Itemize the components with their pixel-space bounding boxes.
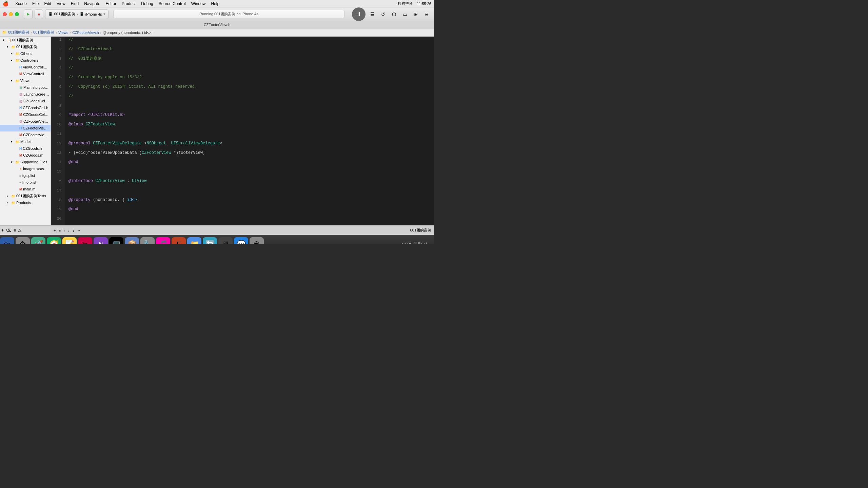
breadcrumb-views[interactable]: Views	[58, 30, 68, 35]
line-content-20[interactable]	[64, 216, 434, 225]
layout-assistant-icon[interactable]: ⊟	[422, 9, 431, 19]
close-button[interactable]	[3, 12, 7, 16]
line-content-17[interactable]	[64, 187, 434, 197]
sidebar-item-launchscreen[interactable]: ▧LaunchScreen.xib	[0, 91, 51, 98]
menu-editor[interactable]: Editor	[106, 1, 116, 6]
sidebar-item-others[interactable]: ▸📁Others	[0, 50, 51, 57]
sidebar-item-info-plist[interactable]: ≡Info.plist	[0, 179, 51, 186]
line-content-5[interactable]: // Created by apple on 15/3/2.	[64, 74, 434, 84]
dock-music[interactable]: 🎵	[156, 237, 170, 244]
dock-packages[interactable]: 📦	[125, 237, 139, 244]
menu-xcode[interactable]: Xcode	[15, 1, 27, 6]
menu-product[interactable]: Product	[122, 1, 136, 6]
sidebar-item-models[interactable]: ▾📁Models	[0, 138, 51, 145]
sidebar-item-czfooterview-m[interactable]: MCZFooterView.m	[0, 131, 51, 138]
dock-filezilla[interactable]: F	[172, 237, 186, 244]
run-button[interactable]: ▶	[24, 9, 33, 19]
code-editor[interactable]: 1//2// CZFooterView.h3// 001团购案例4//5// C…	[51, 37, 434, 225]
filter-icon[interactable]: ⌫	[6, 228, 12, 233]
sort-icon[interactable]: ≡	[14, 228, 16, 233]
sidebar-item-views[interactable]: ▾📁Views	[0, 77, 51, 84]
send-icon[interactable]: →	[77, 228, 81, 232]
line-content-9[interactable]: #import <UIKit/UIKit.h>	[64, 112, 434, 121]
menu-window[interactable]: Window	[191, 1, 206, 6]
line-content-13[interactable]: - (void)footerViewUpdateData:(CZFooterVi…	[64, 150, 434, 159]
line-content-19[interactable]: @end	[64, 206, 434, 216]
download-icon[interactable]: ↓	[68, 228, 70, 232]
stop-button[interactable]: ■	[35, 9, 43, 19]
sidebar-item-supporting[interactable]: ▾📁Supporting Files	[0, 159, 51, 165]
menu-source-control[interactable]: Source Control	[159, 1, 186, 6]
line-content-16[interactable]: @interface CZFooterView : UIView	[64, 178, 434, 187]
sidebar-item-tests[interactable]: ▸📁001团购案例Tests	[0, 192, 51, 199]
menu-debug[interactable]: Debug	[141, 1, 153, 6]
minimize-button[interactable]	[9, 12, 13, 16]
add-icon[interactable]: +	[1, 228, 4, 233]
breakpoint-icon[interactable]: ⬡	[389, 9, 399, 19]
line-content-4[interactable]: //	[64, 65, 434, 74]
sidebar-item-czgoods-m[interactable]: MCZGoods.m	[0, 152, 51, 159]
line-content-6[interactable]: // Copyright (c) 2015年 itcast. All right…	[64, 84, 434, 93]
sidebar-item-group-001[interactable]: ▾📁001团购案例	[0, 43, 51, 50]
navigator-icon[interactable]: ≡	[58, 228, 60, 232]
menu-help[interactable]: Help	[211, 1, 219, 6]
warning-icon[interactable]: ⚠	[18, 228, 22, 233]
line-content-18[interactable]: @property (nonatomic, ) id<>;	[64, 197, 434, 206]
menu-view[interactable]: View	[57, 1, 65, 6]
line-content-1[interactable]: //	[64, 37, 434, 46]
sidebar-item-czgoodscell-m[interactable]: MCZGoodsCell.m	[0, 111, 51, 118]
menu-file[interactable]: File	[32, 1, 39, 6]
menu-find[interactable]: Find	[71, 1, 79, 6]
sidebar-item-czgoodscell-xib[interactable]: ▧CZGoodsCell.xib	[0, 98, 51, 104]
line-content-12[interactable]: @protocol CZFooterViewDelegate <NSObject…	[64, 140, 434, 150]
line-content-15[interactable]	[64, 168, 434, 178]
breadcrumb-file[interactable]: CZFooterView.h	[72, 30, 99, 35]
refresh-icon[interactable]: ↺	[378, 9, 388, 19]
dock-preferences[interactable]: ⚙	[16, 237, 30, 244]
sidebar-item-main-m[interactable]: Mmain.m	[0, 186, 51, 192]
line-content-14[interactable]: @end	[64, 159, 434, 168]
sidebar-item-tgs-plist[interactable]: ≡tgs.plist	[0, 172, 51, 179]
dock-launchpad[interactable]: 🚀	[31, 237, 45, 244]
line-content-2[interactable]: // CZFooterView.h	[64, 46, 434, 56]
sidebar-item-czfooterview-h[interactable]: HCZFooterView.h	[0, 125, 51, 131]
sidebar-item-czgoodscell-h[interactable]: HCZGoodsCell.h	[0, 104, 51, 111]
dock-display[interactable]: 🖥	[218, 237, 233, 244]
sidebar-item-proj-root[interactable]: ▾📋001团购案例	[0, 37, 51, 43]
dock-tools[interactable]: 🔧	[140, 237, 155, 244]
line-content-3[interactable]: // 001团购案例	[64, 56, 434, 65]
dock-finder[interactable]: 🗂	[0, 237, 14, 244]
dock-folder2[interactable]: 📁	[187, 237, 201, 244]
line-content-11[interactable]	[64, 131, 434, 140]
dock-scissors[interactable]: ✂	[78, 237, 92, 244]
layout-single-icon[interactable]: ▭	[400, 9, 410, 19]
sidebar-item-controllers[interactable]: ▾📁Controllers	[0, 57, 51, 64]
dock-refresh[interactable]: 🔄	[203, 237, 217, 244]
breadcrumb-proj[interactable]: 001团购案例	[8, 30, 29, 35]
dock-terminal[interactable]: 💻	[109, 237, 123, 244]
dock-notes[interactable]: 📝	[62, 237, 77, 244]
menu-edit[interactable]: Edit	[44, 1, 51, 6]
dock-chat[interactable]: 💬	[234, 237, 248, 244]
line-content-10[interactable]: @class CZFooterView;	[64, 121, 434, 131]
layout-split-icon[interactable]: ⊞	[411, 9, 420, 19]
sidebar-item-products[interactable]: ▸📁Products	[0, 199, 51, 206]
apple-menu[interactable]: 🍎	[3, 1, 8, 6]
dock-safari[interactable]: 🧭	[47, 237, 61, 244]
navigator-toggle[interactable]: ☰	[368, 9, 377, 19]
sidebar-item-images-xcassets[interactable]: ✦Images.xcassets	[0, 165, 51, 172]
pause-button[interactable]: ⏸	[352, 7, 366, 21]
maximize-button[interactable]	[15, 12, 19, 16]
sidebar-item-czfooterview-xib[interactable]: ▧CZFooterView.xib	[0, 118, 51, 125]
sidebar-item-viewcontroller-h[interactable]: HViewController.h	[0, 64, 51, 70]
menu-navigate[interactable]: Navigate	[84, 1, 100, 6]
breadcrumb-group[interactable]: 001团购案例	[33, 30, 54, 35]
upload-icon[interactable]: ↑	[63, 228, 65, 232]
line-content-7[interactable]: //	[64, 93, 434, 103]
dock-n[interactable]: N	[94, 237, 108, 244]
add-file-icon[interactable]: +	[54, 228, 56, 232]
dock-trash[interactable]: 🗑	[250, 237, 264, 244]
sidebar-item-czgoods-h[interactable]: HCZGoods.h	[0, 145, 51, 152]
branch-icon[interactable]: ↕	[73, 228, 75, 232]
scheme-selector[interactable]: 📱 001团购案例 › 📱 iPhone 4s ▾	[45, 9, 108, 19]
